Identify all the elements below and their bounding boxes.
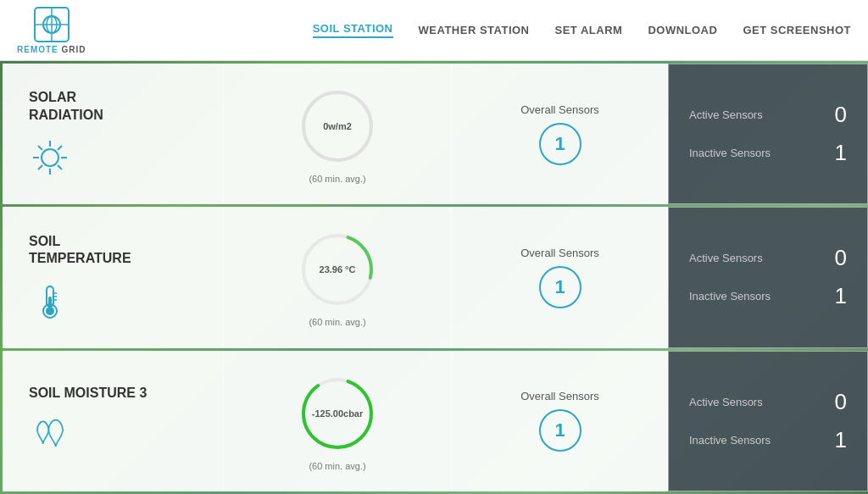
- solar-radiation-inactive-value: 1: [835, 140, 847, 166]
- solar-radiation-avg: (60 min. avg.): [309, 174, 365, 184]
- soil-temperature-overall-count: 1: [539, 266, 581, 308]
- logo-area: REMOTE GRID: [17, 6, 86, 54]
- content-area: SOLARRADIATION: [0, 61, 868, 494]
- sun-icon: [29, 136, 71, 179]
- solar-radiation-inactive-label: Inactive Sensors: [689, 147, 771, 159]
- soil-moisture-active-row: Active Sensors 0: [689, 389, 847, 415]
- logo-text: REMOTE GRID: [17, 45, 86, 54]
- soil-moisture-overall-count: 1: [539, 409, 581, 452]
- svg-line-11: [58, 165, 62, 169]
- soil-temperature-inactive-row: Inactive Sensors 1: [689, 283, 847, 309]
- svg-line-13: [38, 165, 42, 169]
- soil-temperature-inactive-value: 1: [835, 283, 847, 309]
- solar-radiation-overall-label: Overall Sensors: [520, 103, 598, 116]
- svg-point-5: [42, 149, 58, 166]
- nav-download[interactable]: DOWNLOAD: [648, 24, 717, 36]
- soil-moisture-title: SOIL MOISTURE 3: [29, 385, 147, 402]
- soil-temperature-overall-label: Overall Sensors: [520, 247, 598, 259]
- solar-radiation-title: SOLARRADIATION: [29, 89, 103, 125]
- soil-temperature-overall-cell: Overall Sensors 1: [452, 207, 668, 347]
- droplet-icon: [29, 414, 71, 457]
- soil-moisture-overall-cell: Overall Sensors 1: [452, 351, 668, 491]
- solar-radiation-overall-cell: Overall Sensors 1: [452, 64, 668, 204]
- soil-temperature-title: SOILTEMPERATURE: [29, 233, 131, 269]
- thermometer-icon: [29, 280, 71, 322]
- solar-radiation-inactive-row: Inactive Sensors 1: [689, 140, 847, 166]
- nav-set-alarm[interactable]: SET ALARM: [555, 24, 623, 36]
- solar-radiation-label-cell: SOLARRADIATION: [3, 64, 223, 204]
- soil-moisture-gauge: -125.00cbar: [295, 371, 380, 456]
- soil-moisture-gauge-cell: -125.00cbar (60 min. avg.): [223, 351, 452, 491]
- soil-moisture-gauge-value: -125.00cbar: [312, 408, 364, 419]
- soil-moisture-active-value: 0: [835, 389, 847, 415]
- soil-temperature-stats-cell: Active Sensors 0 Inactive Sensors 1: [668, 207, 868, 347]
- soil-temperature-active-label: Active Sensors: [689, 252, 763, 264]
- soil-temperature-gauge-cell: 23.96 °C (60 min. avg.): [223, 207, 452, 347]
- solar-radiation-active-row: Active Sensors 0: [689, 102, 847, 128]
- logo-icon: [33, 6, 70, 43]
- soil-moisture-inactive-row: Inactive Sensors 1: [689, 427, 847, 453]
- soil-moisture-active-label: Active Sensors: [689, 396, 763, 408]
- soil-moisture-avg: (60 min. avg.): [309, 461, 365, 471]
- soil-moisture-label-cell: SOIL MOISTURE 3: [3, 351, 223, 491]
- nav-get-screenshot[interactable]: GET SCREENSHOT: [743, 24, 851, 36]
- soil-moisture-row: SOIL MOISTURE 3 -125.00cbar (60 min. avg…: [3, 351, 868, 491]
- svg-line-10: [38, 146, 42, 150]
- soil-moisture-inactive-label: Inactive Sensors: [689, 434, 771, 447]
- solar-radiation-overall-count: 1: [539, 123, 581, 165]
- nav-weather-station[interactable]: WEATHER STATION: [419, 24, 530, 36]
- solar-radiation-stats-cell: Active Sensors 0 Inactive Sensors 1: [668, 64, 868, 204]
- navigation: SOIL STATION WEATHER STATION SET ALARM D…: [313, 22, 851, 38]
- soil-moisture-overall-label: Overall Sensors: [520, 390, 598, 402]
- soil-temperature-gauge: 23.96 °C: [295, 227, 380, 312]
- solar-radiation-gauge-cell: 0w/m2 (60 min. avg.): [223, 64, 452, 204]
- soil-temperature-label-cell: SOILTEMPERATURE: [3, 207, 223, 347]
- soil-temperature-inactive-label: Inactive Sensors: [689, 290, 771, 303]
- soil-moisture-stats-cell: Active Sensors 0 Inactive Sensors 1: [668, 351, 868, 491]
- soil-temperature-active-value: 0: [835, 245, 847, 271]
- soil-temperature-active-row: Active Sensors 0: [689, 245, 847, 271]
- svg-line-12: [58, 146, 62, 150]
- soil-moisture-inactive-value: 1: [835, 427, 847, 453]
- soil-temperature-avg: (60 min. avg.): [309, 317, 365, 327]
- soil-temperature-row: SOILTEMPERATURE 23.96 °C: [3, 207, 868, 347]
- solar-radiation-active-value: 0: [835, 102, 847, 128]
- sensor-grid: SOLARRADIATION: [0, 61, 868, 494]
- solar-radiation-gauge: 0w/m2: [295, 84, 380, 169]
- solar-radiation-active-label: Active Sensors: [689, 108, 763, 121]
- nav-soil-station[interactable]: SOIL STATION: [313, 22, 393, 38]
- solar-radiation-row: SOLARRADIATION: [3, 64, 868, 204]
- header: REMOTE GRID SOIL STATION WEATHER STATION…: [0, 0, 868, 61]
- soil-temperature-gauge-value: 23.96 °C: [320, 264, 356, 275]
- solar-radiation-gauge-value: 0w/m2: [323, 121, 352, 131]
- svg-point-18: [46, 307, 54, 315]
